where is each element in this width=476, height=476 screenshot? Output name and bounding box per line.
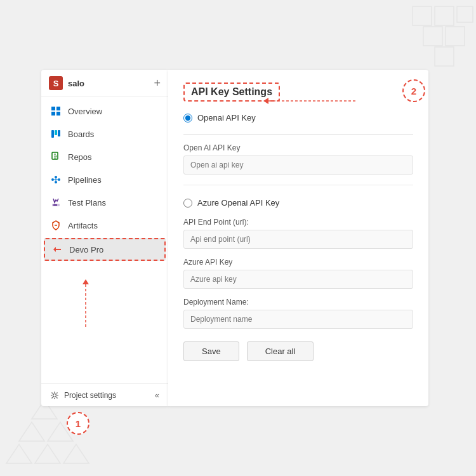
clear-button[interactable]: Clear all: [247, 341, 314, 361]
org-name: salo: [68, 79, 84, 88]
radio-group: Openai API Key: [183, 110, 413, 125]
openai-api-key-input[interactable]: [183, 155, 413, 175]
sidebar-item-repos-label: Repos: [68, 152, 92, 162]
sidebar-item-artifacts[interactable]: Artifacts: [41, 214, 168, 237]
devopro-icon: [51, 244, 63, 255]
azure-radio[interactable]: [183, 199, 192, 208]
pipelines-icon: [50, 174, 62, 185]
sidebar-item-boards[interactable]: Boards: [41, 122, 168, 145]
svg-rect-22: [58, 130, 60, 136]
sidebar: S salo + Overview: [41, 70, 168, 406]
sidebar-item-overview-label: Overview: [68, 107, 102, 116]
sidebar-nav: Overview Boards: [41, 97, 168, 383]
azure-endpoint-label: API End Point (url):: [183, 218, 413, 227]
project-settings-link[interactable]: Project settings: [50, 391, 116, 400]
azure-endpoint-input[interactable]: [183, 230, 413, 249]
azure-api-key-group: Azure API Key: [183, 258, 413, 289]
callout-1-circle: 1: [67, 412, 89, 435]
openai-radio[interactable]: [183, 114, 192, 122]
boards-icon: [50, 128, 62, 140]
svg-point-30: [55, 181, 57, 183]
openai-radio-label: Openai API Key: [197, 113, 256, 122]
svg-rect-18: [51, 112, 55, 116]
org-icon: S: [49, 76, 63, 90]
openai-api-key-label: Open AI API Key: [183, 143, 413, 152]
azure-section: Azure Openai API Key API End Point (url)…: [183, 195, 413, 329]
svg-rect-0: [413, 6, 432, 25]
add-button[interactable]: +: [154, 77, 161, 90]
svg-rect-4: [435, 47, 454, 66]
svg-rect-21: [55, 130, 57, 135]
sidebar-item-devopro[interactable]: Devo Pro: [44, 238, 166, 261]
azure-endpoint-group: API End Point (url):: [183, 218, 413, 249]
svg-rect-34: [53, 204, 57, 206]
svg-rect-3: [446, 27, 465, 46]
main-container: S salo + Overview: [41, 70, 428, 406]
sidebar-item-pipelines[interactable]: Pipelines: [41, 168, 168, 191]
sidebar-item-overview[interactable]: Overview: [41, 100, 168, 122]
overview-icon: [50, 105, 62, 117]
svg-marker-7: [35, 444, 60, 463]
deployment-name-input[interactable]: [183, 310, 413, 329]
svg-marker-9: [19, 422, 44, 441]
svg-rect-2: [423, 27, 442, 46]
svg-rect-20: [51, 130, 54, 138]
azure-api-key-input[interactable]: [183, 270, 413, 289]
openai-api-key-group: Open AI API Key: [183, 143, 413, 175]
callout-2-circle: 2: [402, 79, 425, 102]
callout-1: 1: [67, 412, 89, 435]
svg-rect-5: [457, 6, 473, 22]
svg-rect-16: [51, 107, 55, 110]
testplans-icon: [50, 197, 62, 208]
collapse-button[interactable]: «: [155, 390, 159, 400]
sidebar-item-pipelines-label: Pipelines: [68, 175, 102, 185]
save-button[interactable]: Save: [183, 341, 239, 361]
sidebar-item-testplans[interactable]: Test Plans: [41, 191, 168, 214]
svg-marker-36: [53, 247, 61, 252]
svg-point-37: [53, 393, 56, 397]
button-row: Save Clear all: [183, 341, 413, 361]
svg-rect-19: [56, 112, 60, 116]
sidebar-item-artifacts-label: Artifacts: [68, 221, 98, 230]
sidebar-item-boards-label: Boards: [68, 129, 94, 139]
svg-point-29: [58, 178, 60, 181]
deployment-name-group: Deployment Name:: [183, 298, 413, 329]
svg-marker-8: [63, 444, 89, 463]
svg-rect-17: [56, 107, 60, 110]
svg-rect-1: [435, 6, 454, 25]
sidebar-item-testplans-label: Test Plans: [68, 198, 106, 208]
sidebar-item-devopro-label: Devo Pro: [69, 245, 103, 255]
sidebar-header: S salo +: [41, 70, 168, 97]
page-title: API Key Settings: [183, 83, 280, 102]
settings-icon: [50, 391, 59, 400]
sidebar-footer: Project settings «: [41, 383, 168, 406]
svg-point-27: [51, 178, 54, 181]
openai-radio-option[interactable]: Openai API Key: [183, 110, 413, 125]
sidebar-header-left: S salo: [49, 76, 84, 90]
azure-radio-label: Azure Openai API Key: [197, 198, 279, 208]
project-settings-label: Project settings: [64, 391, 116, 400]
content-area: API Key Settings Openai API Key Open AI …: [168, 70, 428, 406]
callout-2: 2: [402, 79, 425, 102]
azure-api-key-label: Azure API Key: [183, 258, 413, 267]
section-divider-1: [183, 134, 413, 135]
section-divider-2: [183, 185, 413, 185]
artifacts-icon: [50, 220, 62, 231]
deployment-name-label: Deployment Name:: [183, 298, 413, 307]
repos-icon: [50, 151, 62, 162]
svg-point-28: [55, 176, 57, 178]
svg-marker-6: [6, 444, 32, 463]
sidebar-item-repos[interactable]: Repos: [41, 145, 168, 168]
azure-radio-option[interactable]: Azure Openai API Key: [183, 195, 413, 210]
